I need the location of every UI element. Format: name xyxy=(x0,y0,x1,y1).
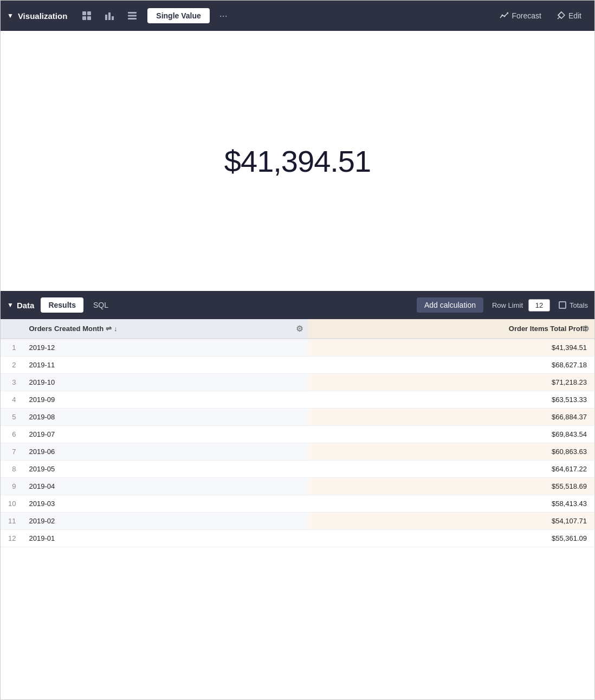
value-cell: $58,413.43 xyxy=(308,495,594,513)
table-row: 7 2019-06 $60,863.63 xyxy=(1,443,594,461)
row-number: 9 xyxy=(1,478,21,495)
single-value-tab[interactable]: Single Value xyxy=(147,8,209,23)
forecast-button[interactable]: Forecast xyxy=(493,8,547,23)
top-toolbar: ▼ Visualization xyxy=(1,1,594,31)
svg-rect-8 xyxy=(128,15,137,17)
value-cell: $54,107.71 xyxy=(308,513,594,530)
row-limit-input[interactable] xyxy=(528,299,550,312)
more-options-icon[interactable]: ··· xyxy=(215,7,232,25)
col2-header: Order Items Total Profit ⚙ xyxy=(308,319,594,339)
row-number: 8 xyxy=(1,461,21,478)
data-table: Orders Created Month ⇌ ↓ ⚙ Order Items T… xyxy=(1,319,594,547)
value-cell: $41,394.51 xyxy=(308,339,594,357)
col2-gear-icon[interactable]: ⚙ xyxy=(582,324,589,334)
date-cell: 2019-03 xyxy=(21,495,308,513)
table-header-row: Orders Created Month ⇌ ↓ ⚙ Order Items T… xyxy=(1,319,594,339)
date-cell: 2019-01 xyxy=(21,530,308,547)
table-row: 5 2019-08 $66,884.37 xyxy=(1,409,594,426)
svg-point-10 xyxy=(502,15,503,16)
svg-rect-0 xyxy=(82,11,86,15)
row-num-header xyxy=(1,319,21,339)
row-number: 7 xyxy=(1,443,21,461)
sort-filter-icon[interactable]: ⇌ xyxy=(106,325,112,333)
value-cell: $68,627.18 xyxy=(308,357,594,374)
table-area: Orders Created Month ⇌ ↓ ⚙ Order Items T… xyxy=(1,319,594,699)
svg-line-13 xyxy=(558,17,560,19)
table-body: 1 2019-12 $41,394.51 2 2019-11 $68,627.1… xyxy=(1,339,594,547)
value-cell: $69,843.54 xyxy=(308,426,594,443)
col2-header-prefix: Order Items xyxy=(509,325,551,333)
value-cell: $66,884.37 xyxy=(308,409,594,426)
svg-rect-3 xyxy=(87,16,91,20)
row-number: 4 xyxy=(1,391,21,409)
col1-header: Orders Created Month ⇌ ↓ ⚙ xyxy=(21,319,308,339)
table-row: 1 2019-12 $41,394.51 xyxy=(1,339,594,357)
value-cell: $60,863.63 xyxy=(308,443,594,461)
totals-section: Totals xyxy=(559,301,588,309)
date-cell: 2019-09 xyxy=(21,391,308,409)
table-row: 10 2019-03 $58,413.43 xyxy=(1,495,594,513)
results-tab[interactable]: Results xyxy=(41,297,83,313)
col1-header-bold: Created Month xyxy=(54,325,104,333)
table-row: 3 2019-10 $71,218.23 xyxy=(1,374,594,391)
date-cell: 2019-02 xyxy=(21,513,308,530)
value-cell: $71,218.23 xyxy=(308,374,594,391)
visualization-chevron-icon[interactable]: ▼ xyxy=(7,12,14,20)
table-row: 8 2019-05 $64,617.22 xyxy=(1,461,594,478)
sql-tab[interactable]: SQL xyxy=(86,297,116,313)
table-row: 12 2019-01 $55,361.09 xyxy=(1,530,594,547)
row-number: 11 xyxy=(1,513,21,530)
visualization-title: Visualization xyxy=(18,11,67,21)
svg-rect-4 xyxy=(105,15,107,20)
data-title: Data xyxy=(17,301,35,310)
value-cell: $55,361.09 xyxy=(308,530,594,547)
svg-rect-1 xyxy=(87,11,91,15)
col1-header-prefix: Orders xyxy=(29,325,52,333)
edit-label: Edit xyxy=(568,11,581,20)
add-calculation-button[interactable]: Add calculation xyxy=(417,297,483,313)
forecast-label: Forecast xyxy=(512,11,541,20)
table-row: 6 2019-07 $69,843.54 xyxy=(1,426,594,443)
svg-rect-5 xyxy=(108,12,111,20)
table-row: 11 2019-02 $54,107.71 xyxy=(1,513,594,530)
app-container: ▼ Visualization xyxy=(0,0,595,700)
date-cell: 2019-04 xyxy=(21,478,308,495)
svg-rect-7 xyxy=(128,12,137,14)
toolbar-left: ▼ Visualization xyxy=(7,7,232,25)
row-limit-label: Row Limit xyxy=(492,301,523,309)
row-number: 12 xyxy=(1,530,21,547)
sort-desc-icon[interactable]: ↓ xyxy=(114,325,118,333)
row-number: 1 xyxy=(1,339,21,357)
svg-point-11 xyxy=(504,16,506,17)
value-cell: $63,513.33 xyxy=(308,391,594,409)
date-cell: 2019-12 xyxy=(21,339,308,357)
date-cell: 2019-06 xyxy=(21,443,308,461)
date-cell: 2019-10 xyxy=(21,374,308,391)
date-cell: 2019-08 xyxy=(21,409,308,426)
col1-gear-icon[interactable]: ⚙ xyxy=(296,324,303,334)
totals-label-text: Totals xyxy=(570,301,588,309)
row-number: 5 xyxy=(1,409,21,426)
date-cell: 2019-07 xyxy=(21,426,308,443)
svg-rect-6 xyxy=(112,16,114,20)
bar-chart-button[interactable] xyxy=(100,7,119,24)
single-value-display: $41,394.51 xyxy=(224,144,371,179)
value-cell: $55,518.69 xyxy=(308,478,594,495)
value-cell: $64,617.22 xyxy=(308,461,594,478)
data-toolbar: ▼ Data Results SQL Add calculation Row L… xyxy=(1,291,594,319)
col2-header-bold: Total Profit xyxy=(550,325,587,333)
date-cell: 2019-11 xyxy=(21,357,308,374)
table-row: 4 2019-09 $63,513.33 xyxy=(1,391,594,409)
row-number: 3 xyxy=(1,374,21,391)
single-value-area: $41,394.51 xyxy=(1,31,594,291)
edit-button[interactable]: Edit xyxy=(550,8,588,23)
row-number: 6 xyxy=(1,426,21,443)
data-chevron-icon[interactable]: ▼ xyxy=(7,301,14,309)
row-number: 2 xyxy=(1,357,21,374)
row-number: 10 xyxy=(1,495,21,513)
svg-rect-9 xyxy=(128,18,137,20)
list-view-button[interactable] xyxy=(122,8,142,24)
totals-checkbox[interactable] xyxy=(559,301,566,309)
svg-rect-2 xyxy=(82,16,86,20)
table-view-button[interactable] xyxy=(77,7,96,24)
